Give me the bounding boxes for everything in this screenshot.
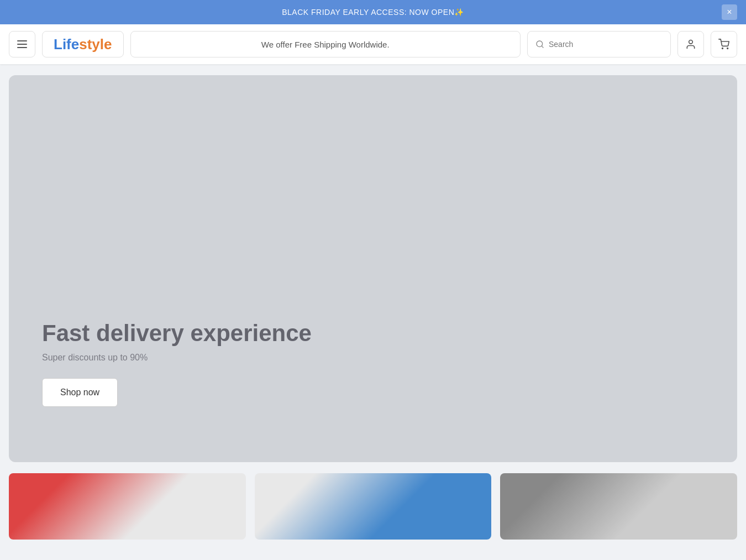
- announcement-bar: BLACK FRIDAY EARLY ACCESS: NOW OPEN✨ ×: [0, 0, 746, 24]
- hamburger-line: [17, 40, 27, 41]
- hamburger-line: [17, 44, 27, 45]
- user-button[interactable]: [677, 31, 704, 57]
- svg-point-4: [727, 48, 728, 49]
- product-thumb-2[interactable]: [255, 473, 492, 540]
- svg-point-2: [689, 40, 693, 44]
- header: Lifestyle We offer Free Shipping Worldwi…: [0, 24, 746, 64]
- hero-title: Fast delivery experience: [42, 320, 312, 347]
- announcement-text: BLACK FRIDAY EARLY ACCESS: NOW OPEN✨: [282, 8, 464, 17]
- shipping-banner: We offer Free Shipping Worldwide.: [130, 31, 521, 57]
- hero-subtitle: Super discounts up to 90%: [42, 353, 312, 363]
- announcement-close-button[interactable]: ×: [722, 4, 737, 20]
- menu-button[interactable]: [9, 31, 35, 57]
- product-thumbnails: [9, 473, 737, 551]
- shipping-text: We offer Free Shipping Worldwide.: [261, 40, 390, 49]
- close-icon: ×: [727, 7, 732, 17]
- search-icon: [535, 40, 544, 49]
- hero-content: Fast delivery experience Super discounts…: [42, 320, 312, 407]
- svg-line-1: [542, 46, 543, 48]
- svg-point-3: [722, 48, 723, 49]
- logo-part2: style: [79, 36, 112, 53]
- product-thumb-1[interactable]: [9, 473, 246, 540]
- cart-button[interactable]: [711, 31, 737, 57]
- logo[interactable]: Lifestyle: [42, 31, 124, 57]
- hamburger-line: [17, 47, 27, 48]
- product-thumb-3[interactable]: [500, 473, 737, 540]
- main-content: Fast delivery experience Super discounts…: [0, 64, 746, 551]
- user-icon: [685, 39, 696, 50]
- search-bar[interactable]: [527, 31, 671, 57]
- hero-banner: Fast delivery experience Super discounts…: [9, 75, 737, 462]
- search-input[interactable]: [549, 40, 663, 49]
- shop-now-button[interactable]: Shop now: [42, 378, 118, 407]
- logo-part1: Life: [54, 36, 79, 53]
- cart-icon: [718, 39, 729, 50]
